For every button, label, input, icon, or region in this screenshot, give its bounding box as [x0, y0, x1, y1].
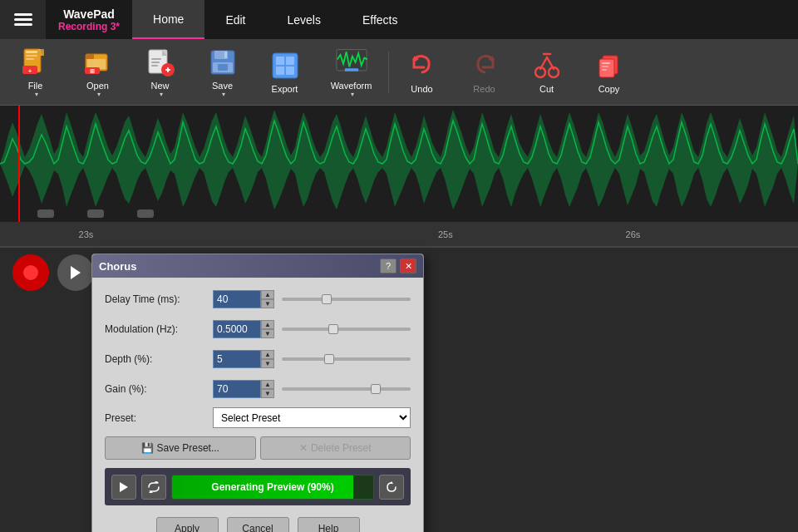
export-button-label: Export [272, 84, 298, 94]
delay-time-input[interactable] [213, 290, 261, 308]
gain-down[interactable]: ▼ [261, 389, 274, 398]
svg-rect-44 [602, 66, 608, 67]
tab-levels[interactable]: Levels [267, 0, 342, 39]
cancel-button[interactable]: Cancel [227, 517, 289, 532]
new-button[interactable]: New ▾ [129, 43, 191, 101]
play-icon [69, 265, 82, 280]
svg-rect-1 [26, 51, 37, 53]
preset-select[interactable]: Select Preset [213, 407, 411, 428]
svg-rect-28 [276, 57, 284, 65]
delay-time-up[interactable]: ▲ [261, 290, 274, 299]
loop-icon [147, 481, 160, 493]
waveform-button[interactable]: Waveform ▾ [316, 43, 387, 101]
timeline-marker-26: 26s [626, 229, 641, 239]
delay-time-label: Delay Time (ms): [105, 293, 213, 305]
depth-thumb[interactable] [324, 354, 334, 364]
modulation-thumb[interactable] [328, 324, 338, 334]
svg-rect-9 [86, 54, 94, 59]
delay-time-thumb[interactable] [322, 294, 332, 304]
nav-tabs: Home Edit Levels Effects [132, 0, 419, 39]
delay-time-slider[interactable] [282, 298, 411, 301]
file-icon: + [20, 47, 52, 78]
undo-button[interactable]: Undo [391, 43, 453, 101]
depth-spinner: ▲ ▼ [261, 350, 274, 368]
help-dialog-button[interactable]: ? [380, 259, 397, 273]
close-dialog-button[interactable]: ✕ [400, 259, 416, 273]
gain-label: Gain (%): [105, 383, 213, 395]
record-button[interactable] [12, 254, 49, 291]
help-button[interactable]: Help [298, 517, 360, 532]
preview-reset-button[interactable] [379, 475, 404, 500]
apply-button[interactable]: Apply [156, 517, 219, 532]
hamburger-icon [14, 11, 32, 28]
depth-input-group: ▲ ▼ [213, 350, 275, 368]
svg-rect-16 [151, 58, 161, 60]
app-name: WavePad [63, 7, 115, 21]
save-button[interactable]: Save ▾ [191, 43, 254, 101]
export-button[interactable]: Export [254, 43, 316, 101]
depth-up[interactable]: ▲ [261, 350, 274, 359]
modulation-input[interactable] [213, 320, 261, 338]
delete-preset-button[interactable]: ✕ Delete Preset [260, 436, 411, 460]
delay-time-slider-container[interactable] [282, 290, 411, 308]
new-button-label: New [150, 81, 169, 91]
nav-bar: WavePad Recording 3* Home Edit Levels Ef… [0, 0, 798, 39]
waveform-canvas[interactable]: // Generate waveform bars programmatical… [0, 106, 798, 222]
gain-up[interactable]: ▲ [261, 380, 274, 389]
svg-text:⊞: ⊞ [90, 68, 95, 74]
svg-rect-48 [87, 209, 104, 218]
svg-rect-47 [37, 209, 54, 218]
svg-rect-31 [286, 66, 294, 75]
open-button[interactable]: ⊞ Open ▾ [66, 43, 129, 101]
redo-button[interactable]: Redo [453, 43, 515, 101]
tab-edit[interactable]: Edit [204, 0, 266, 39]
svg-rect-18 [151, 65, 158, 66]
gain-slider-container[interactable] [282, 380, 411, 398]
waveform-area[interactable]: // Generate waveform bars programmatical… [0, 106, 798, 247]
depth-slider-container[interactable] [282, 350, 411, 368]
waveform-icon [336, 47, 367, 78]
svg-text:+: + [27, 67, 32, 75]
copy-button[interactable]: Copy [578, 43, 640, 101]
delay-time-down[interactable]: ▼ [261, 299, 274, 308]
modulation-up[interactable]: ▲ [261, 320, 274, 329]
modulation-slider-container[interactable] [282, 320, 411, 338]
preview-bar: Generating Preview (90%) [105, 468, 411, 505]
svg-rect-45 [602, 69, 607, 71]
modulation-down[interactable]: ▼ [261, 329, 274, 338]
modulation-spinner: ▲ ▼ [261, 320, 274, 338]
depth-slider[interactable] [282, 357, 411, 361]
dialog-action-buttons: Apply Cancel Help [105, 512, 411, 532]
file-button[interactable]: + File ▾ [4, 43, 66, 101]
save-preset-button[interactable]: 💾 Save Preset... [105, 436, 256, 460]
preview-play-button[interactable] [111, 475, 136, 500]
gain-input[interactable] [213, 380, 261, 398]
svg-rect-30 [276, 66, 284, 75]
app-title: WavePad Recording 3* [46, 7, 132, 32]
file-button-label: File [28, 81, 43, 91]
depth-input[interactable] [213, 350, 261, 368]
delay-time-spinner: ▲ ▼ [261, 290, 274, 308]
modulation-slider[interactable] [282, 328, 411, 331]
preview-loop-button[interactable] [141, 475, 166, 500]
timeline-markers: 23s 25s 26s [8, 222, 790, 247]
hamburger-button[interactable] [0, 0, 46, 39]
tab-home[interactable]: Home [132, 0, 204, 39]
gain-slider[interactable] [282, 387, 411, 391]
svg-rect-21 [167, 67, 169, 72]
save-preset-label: Save Preset... [157, 442, 219, 454]
toolbar: + File ▾ ⊞ Open ▾ [0, 39, 798, 106]
depth-down[interactable]: ▼ [261, 359, 274, 368]
cut-button[interactable]: Cut [515, 43, 578, 101]
tab-effects[interactable]: Effects [342, 0, 419, 39]
record-indicator [23, 265, 38, 280]
gain-thumb[interactable] [371, 384, 381, 394]
redo-button-label: Redo [473, 84, 495, 94]
delay-time-row: Delay Time (ms): ▲ ▼ [105, 288, 411, 311]
open-button-label: Open [86, 81, 109, 91]
cut-button-label: Cut [539, 84, 554, 94]
modulation-label: Modulation (Hz): [105, 323, 213, 335]
svg-rect-5 [37, 49, 44, 56]
svg-line-39 [547, 57, 554, 69]
play-button[interactable] [57, 254, 94, 291]
